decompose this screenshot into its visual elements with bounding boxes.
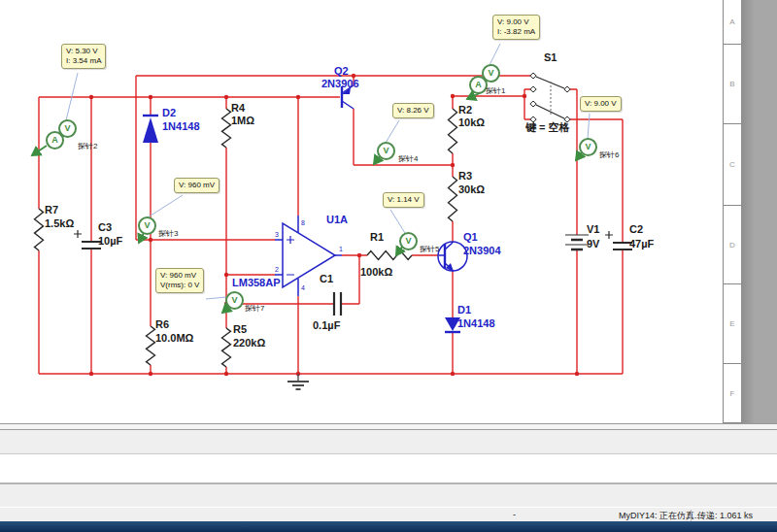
schematic-canvas[interactable]: R41MΩR210kΩR330kΩR1100kΩR71.5kΩR610.0MΩR…	[0, 0, 777, 423]
component-label[interactable]: 10µF	[98, 236, 122, 247]
taskbar-edge	[0, 521, 777, 532]
component-label[interactable]: LM358AP	[232, 278, 281, 288]
capacitor-C3[interactable]	[74, 230, 101, 249]
probe-voltmeter-circle[interactable]: V	[377, 142, 395, 160]
sheet-border-row-label: A	[724, 0, 741, 45]
component-label[interactable]: Q1	[463, 232, 478, 243]
probe-arrows	[32, 92, 582, 313]
component-label[interactable]: R6	[155, 319, 169, 330]
opamp-pin-number: 4	[301, 284, 305, 291]
sheet-border-row-label: C	[724, 124, 741, 206]
probe-readout-box[interactable]: V: 1.14 V	[383, 192, 424, 208]
component-label[interactable]: D1	[457, 305, 471, 316]
component-label[interactable]: R2	[458, 105, 472, 116]
probe-voltmeter-circle[interactable]: V	[399, 232, 418, 250]
sheet-border-column: ABCDEF	[723, 0, 741, 423]
component-label[interactable]: U1A	[326, 215, 348, 225]
component-label[interactable]: C1	[320, 274, 333, 284]
sheet-border-row-label: B	[724, 45, 741, 124]
component-label[interactable]: Q2	[334, 66, 349, 77]
component-label[interactable]: R5	[233, 324, 247, 335]
component-label[interactable]: R1	[370, 232, 384, 243]
probe-voltmeter-circle[interactable]: V	[138, 216, 156, 235]
probe-readout-box[interactable]: V: 960 mV	[174, 178, 220, 193]
probe-name-label[interactable]: 探针4	[398, 153, 418, 164]
probe-voltmeter-circle[interactable]: V	[579, 138, 597, 156]
resistor-R2[interactable]	[449, 109, 457, 153]
sheet-border-row-label: F	[724, 364, 741, 423]
component-label[interactable]: 9V	[587, 239, 599, 249]
probe-readout-box[interactable]: V: 9.00 V I: -3.82 mA	[492, 15, 540, 40]
opamp-pin-number: 1	[339, 246, 343, 252]
workspace-outside-area	[741, 0, 777, 423]
sheet-border-row-label: E	[724, 284, 741, 364]
probe-name-label[interactable]: 探针5	[420, 244, 439, 254]
component-label[interactable]: 1MΩ	[231, 116, 254, 126]
component-label[interactable]: 1.5kΩ	[45, 218, 74, 229]
component-label[interactable]: 2N3904	[463, 246, 501, 256]
opamp-pin-number: 2	[275, 266, 279, 273]
resistor-R3[interactable]	[449, 177, 457, 221]
resistor-R5[interactable]	[222, 328, 231, 367]
sheet-border-row-label: D	[724, 206, 741, 284]
multisim-window: { "status_bar": { "dash": "-", "sim": "M…	[0, 0, 777, 532]
probe-name-label[interactable]: 探针6	[599, 150, 619, 160]
battery-V1[interactable]	[565, 235, 589, 249]
component-label[interactable]: R3	[458, 171, 472, 182]
component-label[interactable]: 2N3906	[321, 79, 359, 89]
probe-readout-box[interactable]: V: 5.30 V I: 3.54 mA	[61, 44, 106, 69]
resistor-R1[interactable]	[367, 251, 412, 260]
diode-D2[interactable]	[143, 116, 158, 143]
component-label[interactable]: C2	[629, 224, 643, 235]
component-label[interactable]: 47µF	[629, 239, 654, 249]
lower-pane	[0, 484, 777, 508]
probe-name-label[interactable]: 探针1	[486, 85, 505, 96]
capacitor-C1[interactable]	[334, 292, 341, 316]
opamp-pin-number: 8	[301, 219, 305, 226]
schematic-drawing	[0, 0, 777, 423]
probe-voltmeter-circle[interactable]: V	[482, 64, 500, 83]
spreadsheet-pane[interactable]	[0, 454, 777, 482]
component-label[interactable]: V1	[587, 224, 599, 235]
component-label[interactable]: 30kΩ	[458, 184, 485, 195]
component-label[interactable]: 220kΩ	[233, 338, 265, 349]
probe-voltmeter-circle[interactable]: V	[58, 119, 77, 138]
component-label[interactable]: 1N4148	[162, 121, 200, 132]
component-label[interactable]: D2	[162, 108, 176, 118]
opamp-pin-number: 3	[275, 231, 279, 238]
probe-readout-box[interactable]: V: 8.26 V	[392, 103, 434, 118]
probe-name-label[interactable]: 探针2	[78, 141, 97, 151]
probe-name-label[interactable]: 探针3	[158, 228, 178, 239]
component-label[interactable]: 10.0MΩ	[155, 333, 193, 344]
status-separator	[691, 510, 692, 521]
status-dash: -	[513, 510, 516, 519]
probe-readout-box[interactable]: V: 9.00 V	[580, 96, 622, 112]
resistor-R6[interactable]	[147, 326, 155, 365]
component-label[interactable]: R4	[231, 103, 245, 114]
resistor-R4[interactable]	[222, 109, 231, 148]
component-label[interactable]: 0.1µF	[313, 320, 340, 331]
component-label[interactable]: 键 = 空格	[525, 122, 570, 133]
probe-voltmeter-circle[interactable]: V	[225, 291, 244, 310]
component-label[interactable]: S1	[544, 52, 557, 63]
capacitor-C2[interactable]	[605, 231, 632, 249]
status-bar: - MyDIY14: 正在仿真... 传递: 1.061 ks	[0, 508, 777, 521]
component-label[interactable]: 10kΩ	[458, 117, 485, 128]
component-label[interactable]: R7	[45, 205, 58, 216]
switch-S1[interactable]	[530, 73, 570, 122]
horizontal-scrollbar-area[interactable]	[0, 430, 777, 454]
component-label[interactable]: C3	[98, 222, 112, 233]
component-label[interactable]: 100kΩ	[360, 267, 392, 278]
resistor-R7[interactable]	[35, 209, 44, 250]
probe-readout-box[interactable]: V: 960 mV V(rms): 0 V	[155, 268, 204, 293]
probe-name-label[interactable]: 探针7	[245, 303, 264, 314]
ground-symbol[interactable]	[287, 374, 309, 389]
component-label[interactable]: 1N4148	[457, 318, 495, 329]
